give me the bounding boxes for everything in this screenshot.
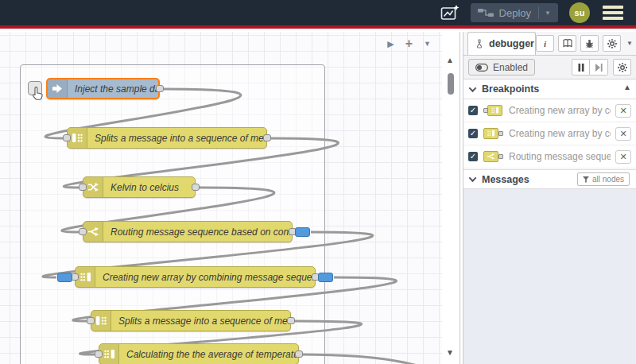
- tab-debugger-label: debugger: [489, 38, 534, 49]
- flow-node-split[interactable]: Splits a message into a sequence of mess…: [91, 310, 291, 331]
- bug-icon: [585, 39, 594, 48]
- filter-funnel-icon: [583, 176, 589, 183]
- settings-tab-button[interactable]: [603, 35, 621, 52]
- node-input-port[interactable]: [79, 184, 87, 191]
- breakpoint-checkbox[interactable]: ✓: [468, 106, 478, 115]
- mini-node-icon: [483, 150, 504, 163]
- mouse-cursor: [31, 87, 44, 104]
- panel-scroll-up-icon[interactable]: ▲: [623, 83, 631, 91]
- info-tab-button[interactable]: i: [536, 35, 554, 52]
- mini-node-icon: [483, 104, 504, 117]
- deploy-label: Deploy: [499, 7, 531, 19]
- inject-icon: [48, 79, 68, 98]
- mini-node-icon: [483, 127, 504, 140]
- breakpoints-title: Breakpoints: [482, 83, 539, 95]
- collapse-chevron-icon[interactable]: [469, 84, 477, 92]
- gear-icon: [607, 39, 617, 48]
- scroll-thumb[interactable]: [448, 73, 454, 95]
- node-label: Routing message sequence based on condit…: [103, 222, 292, 242]
- breakpoint-row[interactable]: ✓ Routing message sequence based on cond…: [463, 145, 636, 168]
- breakpoint-checkbox[interactable]: ✓: [468, 129, 478, 138]
- help-tab-button[interactable]: [558, 35, 576, 52]
- breakpoint-pill[interactable]: [57, 273, 72, 282]
- deploy-separator: [538, 6, 539, 19]
- messages-filter-button[interactable]: all nodes: [577, 172, 630, 186]
- run-flow-icon[interactable]: ▶: [387, 39, 394, 49]
- step-button[interactable]: [590, 59, 608, 76]
- node-label: Inject the sample data: [68, 79, 158, 98]
- book-icon: [563, 39, 572, 48]
- debugger-enabled-toggle[interactable]: Enabled: [468, 59, 535, 76]
- remove-breakpoint-button[interactable]: ✕: [615, 104, 631, 118]
- gear-icon: [618, 63, 627, 72]
- sidebar-menu-caret-icon[interactable]: ▼: [625, 40, 633, 47]
- pause-icon: [578, 64, 584, 72]
- node-label: Kelvin to celcius: [103, 177, 195, 197]
- flow-node-split[interactable]: Splits a message into a sequence of mess…: [67, 127, 267, 149]
- main-area: Inject the sample data Splits a message …: [0, 32, 636, 364]
- deploy-nodes-icon: [478, 8, 494, 17]
- canvas-vscrollbar[interactable]: ▲ ▼: [442, 32, 460, 364]
- flow-node-join[interactable]: Creating new array by combining message …: [75, 266, 316, 288]
- pause-button[interactable]: [572, 59, 590, 76]
- user-avatar[interactable]: su: [569, 2, 590, 23]
- scroll-down-icon[interactable]: ▼: [446, 348, 454, 357]
- sidebar-tabbar: debugger i: [463, 32, 636, 56]
- debug-sidebar: debugger i: [463, 32, 636, 364]
- node-label: Calculating the the average of temperatu…: [119, 344, 298, 364]
- step-icon: [595, 64, 603, 72]
- node-label: Creating new array by combining message …: [95, 267, 315, 287]
- node-input-port[interactable]: [87, 317, 95, 324]
- messages-title: Messages: [482, 174, 529, 185]
- collapse-chevron-icon[interactable]: [469, 174, 477, 182]
- flow-canvas[interactable]: Inject the sample data Splits a message …: [0, 32, 460, 364]
- node-input-port[interactable]: [79, 228, 87, 235]
- breakpoint-row[interactable]: ✓ Creating new array by combining messag…: [463, 122, 636, 145]
- node-output-port[interactable]: [192, 184, 200, 191]
- node-output-port[interactable]: [287, 317, 295, 324]
- breakpoint-row[interactable]: ✓ Creating new array by combining messag…: [463, 99, 636, 122]
- toggle-icon: [475, 64, 488, 72]
- remove-breakpoint-button[interactable]: ✕: [615, 127, 631, 141]
- debugger-settings-button[interactable]: [613, 59, 631, 76]
- flow-list-caret-icon[interactable]: ▼: [424, 40, 431, 48]
- node-input-port[interactable]: [95, 350, 103, 358]
- breakpoint-pill[interactable]: [295, 227, 310, 237]
- canvas-toolbar: ▶ + ▼: [387, 37, 431, 51]
- add-flow-icon[interactable]: +: [405, 37, 413, 51]
- node-output-port[interactable]: [156, 85, 164, 92]
- messages-section-header[interactable]: Messages all nodes: [463, 169, 636, 189]
- breakpoint-pill[interactable]: [318, 273, 333, 282]
- deploy-button[interactable]: Deploy ▼: [471, 3, 558, 22]
- flow-node-switch[interactable]: Routing message sequence based on condit…: [83, 221, 293, 242]
- node-output-port[interactable]: [263, 134, 271, 141]
- debug-tab-button[interactable]: [580, 35, 599, 52]
- deploy-caret-icon[interactable]: ▼: [545, 10, 551, 17]
- main-menu-icon[interactable]: [601, 2, 625, 23]
- enabled-label: Enabled: [493, 62, 528, 73]
- messages-empty-area: [463, 189, 636, 364]
- messages-filter-label: all nodes: [592, 175, 624, 184]
- node-output-port[interactable]: [295, 350, 303, 358]
- flow-node-change[interactable]: Kelvin to celcius: [83, 176, 196, 198]
- app-header: Deploy ▼ su: [0, 0, 636, 29]
- flask-icon: [475, 39, 484, 48]
- remove-breakpoint-button[interactable]: ✕: [615, 150, 631, 164]
- breakpoint-checkbox[interactable]: ✓: [468, 152, 478, 161]
- node-label: Splits a message into a sequence of mess…: [111, 311, 290, 331]
- flow-node-inject[interactable]: Inject the sample data: [46, 78, 160, 99]
- breakpoints-section-header[interactable]: Breakpoints ▲: [463, 79, 636, 99]
- flow-node-join[interactable]: Calculating the the average of temperatu…: [99, 343, 299, 364]
- node-input-port[interactable]: [63, 134, 71, 141]
- node-label: Splits a message into a sequence of mess…: [87, 128, 266, 148]
- ai-flow-icon[interactable]: [440, 5, 460, 21]
- scroll-up-icon[interactable]: ▲: [446, 56, 454, 64]
- breakpoint-label: Routing message sequence based on condit…: [509, 151, 611, 162]
- breakpoint-label: Creating new array by combining message …: [509, 105, 611, 116]
- breakpoint-label: Creating new array by combining message …: [509, 128, 611, 139]
- debugger-toolbar: Enabled: [463, 56, 636, 79]
- tab-debugger[interactable]: debugger: [467, 32, 536, 55]
